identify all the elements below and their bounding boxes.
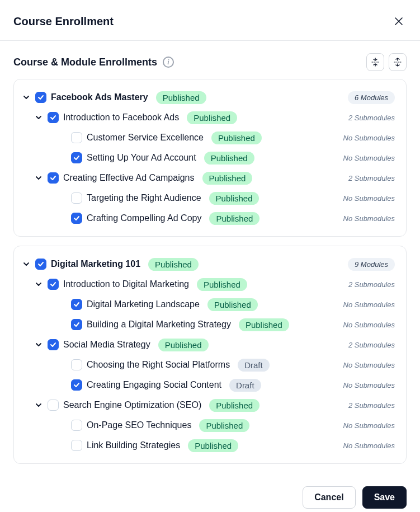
status-badge: Published — [239, 318, 289, 331]
expand-icon — [393, 58, 402, 67]
status-badge: Published — [211, 131, 262, 144]
info-icon[interactable]: i — [163, 57, 174, 68]
checkbox[interactable] — [71, 132, 82, 143]
chevron-down-icon[interactable] — [34, 401, 43, 410]
checkbox[interactable] — [71, 213, 82, 224]
submodule-count: No Submodules — [343, 194, 395, 203]
status-badge: Draft — [238, 359, 270, 372]
submodule-title: Setting Up Your Ad Account — [87, 153, 196, 163]
submodule-title: On-Page SEO Techniques — [87, 420, 191, 430]
checkbox[interactable] — [71, 319, 82, 330]
save-button[interactable]: Save — [362, 486, 407, 509]
section-title: Course & Module Enrollments — [13, 57, 157, 68]
checkbox[interactable] — [71, 420, 82, 431]
expand-all-button[interactable] — [389, 53, 407, 71]
checkbox[interactable] — [48, 400, 59, 411]
cancel-button[interactable]: Cancel — [303, 486, 355, 509]
chevron-down-icon[interactable] — [34, 173, 43, 182]
checkbox[interactable] — [48, 339, 59, 350]
checkbox[interactable] — [71, 379, 82, 391]
close-icon — [393, 16, 404, 27]
close-button[interactable] — [391, 13, 407, 29]
checkbox[interactable] — [71, 192, 82, 204]
submodule-row: Creating Engaging Social ContentDraftNo … — [22, 375, 395, 395]
submodule-row: Digital Marketing LandscapePublishedNo S… — [22, 294, 395, 314]
module-row: Creating Effective Ad CampaignsPublished… — [22, 168, 395, 188]
submodule-title: Digital Marketing Landscape — [87, 299, 200, 309]
status-badge: Published — [148, 258, 199, 271]
status-badge: Published — [209, 399, 259, 412]
submodule-count: 2 Submodules — [348, 114, 395, 122]
status-badge: Published — [187, 111, 237, 124]
status-badge: Published — [197, 278, 247, 291]
collapse-all-button[interactable] — [366, 53, 384, 71]
module-title: Introduction to Digital Marketing — [63, 279, 189, 289]
submodule-title: Creating Engaging Social Content — [87, 380, 221, 390]
course-card: Facebook Ads MasteryPublished6 ModulesIn… — [13, 79, 407, 237]
submodule-row: Targeting the Right AudiencePublishedNo … — [22, 188, 395, 208]
submodule-count: No Submodules — [343, 321, 395, 329]
course-title: Facebook Ads Mastery — [51, 92, 148, 102]
module-count: 6 Modules — [348, 91, 395, 104]
checkbox[interactable] — [71, 359, 82, 370]
submodule-count: No Submodules — [343, 441, 395, 450]
submodule-count: No Submodules — [343, 361, 395, 369]
checkbox[interactable] — [71, 152, 82, 163]
chevron-down-icon[interactable] — [22, 260, 31, 269]
submodule-count: No Submodules — [343, 300, 395, 309]
submodule-count: 2 Submodules — [348, 341, 395, 349]
submodule-title: Crafting Compelling Ad Copy — [87, 213, 201, 223]
chevron-down-icon[interactable] — [34, 340, 43, 349]
submodule-title: Choosing the Right Social Platforms — [87, 360, 230, 370]
module-title: Introduction to Facebook Ads — [63, 112, 179, 123]
module-row: Introduction to Facebook AdsPublished2 S… — [22, 107, 395, 128]
status-badge: Published — [199, 419, 249, 432]
status-badge: Published — [202, 172, 253, 185]
chevron-down-icon[interactable] — [34, 113, 43, 122]
submodule-count: No Submodules — [343, 134, 395, 142]
submodule-row: Customer Service ExcellencePublishedNo S… — [22, 128, 395, 148]
submodule-title: Link Building Strategies — [87, 440, 180, 450]
submodule-row: Choosing the Right Social PlatformsDraft… — [22, 355, 395, 375]
checkbox[interactable] — [71, 299, 82, 310]
status-badge: Published — [204, 152, 254, 165]
submodule-count: 2 Submodules — [348, 401, 395, 410]
submodule-title: Targeting the Right Audience — [87, 193, 201, 203]
module-row: Social Media StrategyPublished2 Submodul… — [22, 335, 395, 355]
dialog-title: Course Enrollment — [13, 15, 114, 28]
status-badge: Published — [158, 339, 209, 351]
submodule-row: Setting Up Your Ad AccountPublishedNo Su… — [22, 148, 395, 168]
checkbox[interactable] — [71, 440, 82, 451]
checkbox[interactable] — [48, 279, 59, 290]
submodule-count: No Submodules — [343, 214, 395, 223]
submodule-title: Building a Digital Marketing Strategy — [87, 320, 231, 330]
status-badge: Published — [209, 192, 259, 205]
status-badge: Draft — [229, 379, 261, 392]
module-title: Search Engine Optimization (SEO) — [63, 400, 201, 410]
submodule-row: Crafting Compelling Ad CopyPublishedNo S… — [22, 208, 395, 228]
module-title: Social Media Strategy — [63, 340, 150, 350]
course-title: Digital Marketing 101 — [51, 259, 140, 269]
module-count: 9 Modules — [348, 258, 395, 271]
course-card: Digital Marketing 101Published9 ModulesI… — [13, 246, 407, 464]
submodule-count: 2 Submodules — [348, 174, 395, 182]
submodule-count: No Submodules — [343, 421, 395, 430]
checkbox[interactable] — [48, 112, 59, 123]
checkbox[interactable] — [35, 259, 46, 270]
course-row: Digital Marketing 101Published9 Modules — [22, 254, 395, 274]
module-row: Search Engine Optimization (SEO)Publishe… — [22, 395, 395, 415]
chevron-down-icon[interactable] — [34, 280, 43, 289]
submodule-count: 2 Submodules — [348, 280, 395, 289]
submodule-row: Link Building StrategiesPublishedNo Subm… — [22, 435, 395, 455]
submodule-count: No Submodules — [343, 381, 395, 389]
submodule-row: Building a Digital Marketing StrategyPub… — [22, 314, 395, 335]
chevron-down-icon[interactable] — [22, 93, 31, 102]
module-row: Introduction to Digital MarketingPublish… — [22, 274, 395, 294]
submodule-row: On-Page SEO TechniquesPublishedNo Submod… — [22, 415, 395, 435]
status-badge: Published — [209, 212, 259, 225]
course-row: Facebook Ads MasteryPublished6 Modules — [22, 87, 395, 107]
checkbox[interactable] — [35, 92, 46, 103]
checkbox[interactable] — [48, 172, 59, 184]
submodule-count: No Submodules — [343, 154, 395, 162]
status-badge: Published — [188, 439, 238, 452]
